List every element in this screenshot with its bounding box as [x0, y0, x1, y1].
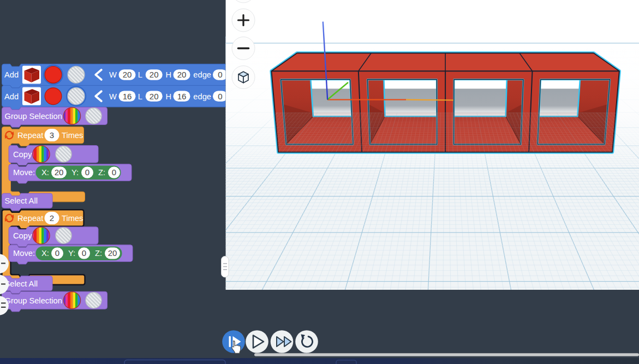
svg-text:edge: edge	[193, 92, 211, 101]
svg-text:Group Selection: Group Selection	[5, 112, 62, 121]
svg-text:W: W	[109, 70, 117, 79]
svg-text:0: 0	[82, 248, 86, 258]
svg-text:20: 20	[150, 92, 159, 101]
svg-text:Copy: Copy	[13, 231, 32, 240]
svg-text:X:: X:	[41, 168, 49, 177]
svg-text:W: W	[109, 92, 117, 101]
svg-text:0: 0	[218, 70, 222, 79]
svg-text:H: H	[166, 70, 172, 79]
svg-text:Move:: Move:	[13, 249, 35, 258]
svg-text:0: 0	[55, 248, 59, 258]
svg-text:16: 16	[123, 92, 132, 101]
svg-text:edge: edge	[193, 70, 211, 79]
svg-text:Times: Times	[62, 214, 83, 223]
svg-text:H: H	[166, 92, 172, 101]
svg-text:Z:: Z:	[95, 249, 102, 258]
svg-text:Move:: Move:	[13, 168, 35, 177]
svg-text:Copy: Copy	[13, 150, 32, 159]
svg-text:Y:: Y:	[68, 249, 75, 258]
svg-text:Select All: Select All	[5, 196, 38, 205]
svg-text:2: 2	[50, 213, 54, 223]
svg-text:20: 20	[123, 70, 132, 79]
svg-text:L: L	[138, 70, 142, 79]
svg-text:Repeat: Repeat	[17, 214, 43, 223]
svg-text:Repeat: Repeat	[17, 131, 43, 140]
svg-text:Add: Add	[4, 92, 19, 101]
svg-text:20: 20	[150, 70, 159, 79]
svg-text:Group Selection: Group Selection	[5, 296, 62, 305]
svg-text:0: 0	[112, 168, 116, 177]
svg-text:Times: Times	[62, 131, 83, 140]
svg-text:16: 16	[177, 92, 187, 101]
svg-text:Y:: Y:	[71, 168, 79, 177]
svg-text:20: 20	[108, 248, 117, 258]
svg-text:0: 0	[218, 92, 222, 101]
svg-text:Z:: Z:	[98, 168, 105, 177]
svg-text:Add: Add	[4, 70, 19, 79]
svg-text:L: L	[138, 92, 142, 101]
svg-text:0: 0	[85, 168, 89, 177]
svg-text:X:: X:	[41, 249, 49, 258]
svg-text:Select All: Select All	[5, 279, 38, 288]
svg-text:3: 3	[50, 130, 54, 140]
svg-text:20: 20	[177, 70, 187, 79]
svg-text:20: 20	[55, 168, 64, 177]
